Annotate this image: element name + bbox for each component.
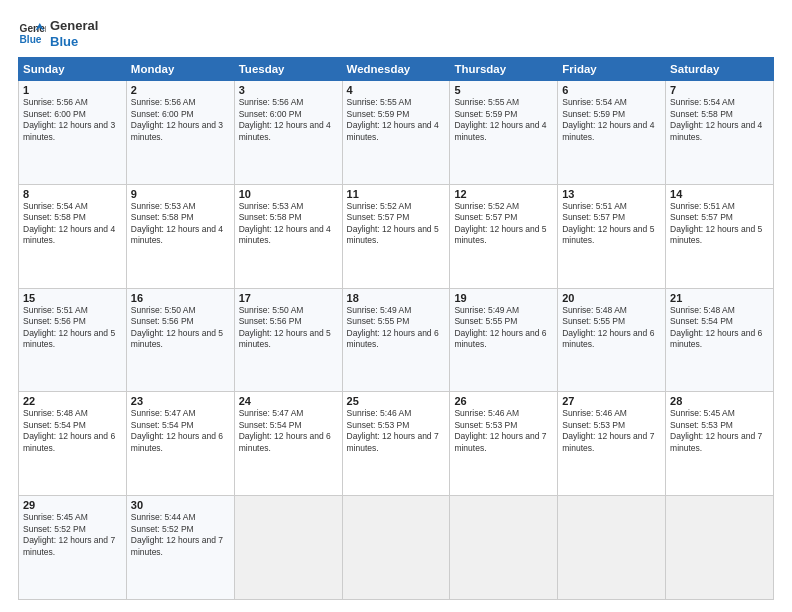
day-number: 24 bbox=[239, 395, 338, 407]
day-info: Sunrise: 5:54 AMSunset: 5:58 PMDaylight:… bbox=[23, 201, 115, 245]
day-cell: 17Sunrise: 5:50 AMSunset: 5:56 PMDayligh… bbox=[234, 288, 342, 392]
week-row: 8Sunrise: 5:54 AMSunset: 5:58 PMDaylight… bbox=[19, 184, 774, 288]
day-cell: 15Sunrise: 5:51 AMSunset: 5:56 PMDayligh… bbox=[19, 288, 127, 392]
day-info: Sunrise: 5:53 AMSunset: 5:58 PMDaylight:… bbox=[239, 201, 331, 245]
day-info: Sunrise: 5:44 AMSunset: 5:52 PMDaylight:… bbox=[131, 512, 223, 556]
day-number: 20 bbox=[562, 292, 661, 304]
day-number: 18 bbox=[347, 292, 446, 304]
day-cell: 2Sunrise: 5:56 AMSunset: 6:00 PMDaylight… bbox=[126, 81, 234, 185]
day-header-sunday: Sunday bbox=[19, 58, 127, 81]
day-number: 25 bbox=[347, 395, 446, 407]
day-info: Sunrise: 5:54 AMSunset: 5:58 PMDaylight:… bbox=[670, 97, 762, 141]
day-cell: 3Sunrise: 5:56 AMSunset: 6:00 PMDaylight… bbox=[234, 81, 342, 185]
day-cell bbox=[450, 496, 558, 600]
day-number: 23 bbox=[131, 395, 230, 407]
day-cell: 14Sunrise: 5:51 AMSunset: 5:57 PMDayligh… bbox=[666, 184, 774, 288]
day-number: 3 bbox=[239, 84, 338, 96]
day-info: Sunrise: 5:50 AMSunset: 5:56 PMDaylight:… bbox=[239, 305, 331, 349]
day-number: 22 bbox=[23, 395, 122, 407]
day-info: Sunrise: 5:51 AMSunset: 5:56 PMDaylight:… bbox=[23, 305, 115, 349]
day-number: 30 bbox=[131, 499, 230, 511]
day-cell: 4Sunrise: 5:55 AMSunset: 5:59 PMDaylight… bbox=[342, 81, 450, 185]
day-cell: 21Sunrise: 5:48 AMSunset: 5:54 PMDayligh… bbox=[666, 288, 774, 392]
day-header-wednesday: Wednesday bbox=[342, 58, 450, 81]
svg-text:Blue: Blue bbox=[20, 33, 42, 44]
day-info: Sunrise: 5:48 AMSunset: 5:55 PMDaylight:… bbox=[562, 305, 654, 349]
logo-blue: Blue bbox=[50, 34, 98, 50]
day-number: 12 bbox=[454, 188, 553, 200]
day-cell: 23Sunrise: 5:47 AMSunset: 5:54 PMDayligh… bbox=[126, 392, 234, 496]
day-number: 4 bbox=[347, 84, 446, 96]
day-info: Sunrise: 5:48 AMSunset: 5:54 PMDaylight:… bbox=[23, 408, 115, 452]
day-info: Sunrise: 5:52 AMSunset: 5:57 PMDaylight:… bbox=[454, 201, 546, 245]
day-cell: 26Sunrise: 5:46 AMSunset: 5:53 PMDayligh… bbox=[450, 392, 558, 496]
day-cell: 6Sunrise: 5:54 AMSunset: 5:59 PMDaylight… bbox=[558, 81, 666, 185]
day-cell bbox=[342, 496, 450, 600]
day-number: 5 bbox=[454, 84, 553, 96]
day-header-friday: Friday bbox=[558, 58, 666, 81]
day-info: Sunrise: 5:51 AMSunset: 5:57 PMDaylight:… bbox=[670, 201, 762, 245]
day-cell: 20Sunrise: 5:48 AMSunset: 5:55 PMDayligh… bbox=[558, 288, 666, 392]
week-row: 15Sunrise: 5:51 AMSunset: 5:56 PMDayligh… bbox=[19, 288, 774, 392]
logo: General Blue General Blue bbox=[18, 18, 98, 49]
day-number: 15 bbox=[23, 292, 122, 304]
day-cell: 29Sunrise: 5:45 AMSunset: 5:52 PMDayligh… bbox=[19, 496, 127, 600]
day-number: 7 bbox=[670, 84, 769, 96]
day-number: 9 bbox=[131, 188, 230, 200]
logo-icon: General Blue bbox=[18, 20, 46, 48]
day-cell: 8Sunrise: 5:54 AMSunset: 5:58 PMDaylight… bbox=[19, 184, 127, 288]
day-number: 19 bbox=[454, 292, 553, 304]
day-cell bbox=[558, 496, 666, 600]
day-number: 29 bbox=[23, 499, 122, 511]
day-cell: 30Sunrise: 5:44 AMSunset: 5:52 PMDayligh… bbox=[126, 496, 234, 600]
logo-general: General bbox=[50, 18, 98, 34]
day-info: Sunrise: 5:46 AMSunset: 5:53 PMDaylight:… bbox=[347, 408, 439, 452]
day-info: Sunrise: 5:45 AMSunset: 5:52 PMDaylight:… bbox=[23, 512, 115, 556]
day-number: 10 bbox=[239, 188, 338, 200]
day-cell: 12Sunrise: 5:52 AMSunset: 5:57 PMDayligh… bbox=[450, 184, 558, 288]
day-info: Sunrise: 5:49 AMSunset: 5:55 PMDaylight:… bbox=[347, 305, 439, 349]
day-number: 17 bbox=[239, 292, 338, 304]
day-number: 11 bbox=[347, 188, 446, 200]
day-cell: 9Sunrise: 5:53 AMSunset: 5:58 PMDaylight… bbox=[126, 184, 234, 288]
day-cell: 28Sunrise: 5:45 AMSunset: 5:53 PMDayligh… bbox=[666, 392, 774, 496]
day-cell: 7Sunrise: 5:54 AMSunset: 5:58 PMDaylight… bbox=[666, 81, 774, 185]
day-cell bbox=[234, 496, 342, 600]
day-cell: 19Sunrise: 5:49 AMSunset: 5:55 PMDayligh… bbox=[450, 288, 558, 392]
day-cell: 11Sunrise: 5:52 AMSunset: 5:57 PMDayligh… bbox=[342, 184, 450, 288]
week-row: 29Sunrise: 5:45 AMSunset: 5:52 PMDayligh… bbox=[19, 496, 774, 600]
day-header-monday: Monday bbox=[126, 58, 234, 81]
day-info: Sunrise: 5:48 AMSunset: 5:54 PMDaylight:… bbox=[670, 305, 762, 349]
calendar-table: SundayMondayTuesdayWednesdayThursdayFrid… bbox=[18, 57, 774, 600]
day-number: 8 bbox=[23, 188, 122, 200]
week-row: 22Sunrise: 5:48 AMSunset: 5:54 PMDayligh… bbox=[19, 392, 774, 496]
day-header-row: SundayMondayTuesdayWednesdayThursdayFrid… bbox=[19, 58, 774, 81]
day-cell: 24Sunrise: 5:47 AMSunset: 5:54 PMDayligh… bbox=[234, 392, 342, 496]
day-number: 14 bbox=[670, 188, 769, 200]
day-info: Sunrise: 5:55 AMSunset: 5:59 PMDaylight:… bbox=[347, 97, 439, 141]
day-info: Sunrise: 5:47 AMSunset: 5:54 PMDaylight:… bbox=[239, 408, 331, 452]
day-info: Sunrise: 5:56 AMSunset: 6:00 PMDaylight:… bbox=[239, 97, 331, 141]
day-number: 6 bbox=[562, 84, 661, 96]
day-cell: 18Sunrise: 5:49 AMSunset: 5:55 PMDayligh… bbox=[342, 288, 450, 392]
day-header-saturday: Saturday bbox=[666, 58, 774, 81]
day-number: 2 bbox=[131, 84, 230, 96]
day-info: Sunrise: 5:45 AMSunset: 5:53 PMDaylight:… bbox=[670, 408, 762, 452]
day-info: Sunrise: 5:52 AMSunset: 5:57 PMDaylight:… bbox=[347, 201, 439, 245]
day-cell: 16Sunrise: 5:50 AMSunset: 5:56 PMDayligh… bbox=[126, 288, 234, 392]
day-info: Sunrise: 5:47 AMSunset: 5:54 PMDaylight:… bbox=[131, 408, 223, 452]
day-number: 28 bbox=[670, 395, 769, 407]
day-info: Sunrise: 5:56 AMSunset: 6:00 PMDaylight:… bbox=[23, 97, 115, 141]
day-cell: 13Sunrise: 5:51 AMSunset: 5:57 PMDayligh… bbox=[558, 184, 666, 288]
day-info: Sunrise: 5:49 AMSunset: 5:55 PMDaylight:… bbox=[454, 305, 546, 349]
day-number: 13 bbox=[562, 188, 661, 200]
day-cell: 22Sunrise: 5:48 AMSunset: 5:54 PMDayligh… bbox=[19, 392, 127, 496]
day-cell: 27Sunrise: 5:46 AMSunset: 5:53 PMDayligh… bbox=[558, 392, 666, 496]
day-number: 16 bbox=[131, 292, 230, 304]
day-number: 21 bbox=[670, 292, 769, 304]
day-info: Sunrise: 5:46 AMSunset: 5:53 PMDaylight:… bbox=[454, 408, 546, 452]
day-cell: 1Sunrise: 5:56 AMSunset: 6:00 PMDaylight… bbox=[19, 81, 127, 185]
day-cell bbox=[666, 496, 774, 600]
day-cell: 5Sunrise: 5:55 AMSunset: 5:59 PMDaylight… bbox=[450, 81, 558, 185]
day-info: Sunrise: 5:53 AMSunset: 5:58 PMDaylight:… bbox=[131, 201, 223, 245]
